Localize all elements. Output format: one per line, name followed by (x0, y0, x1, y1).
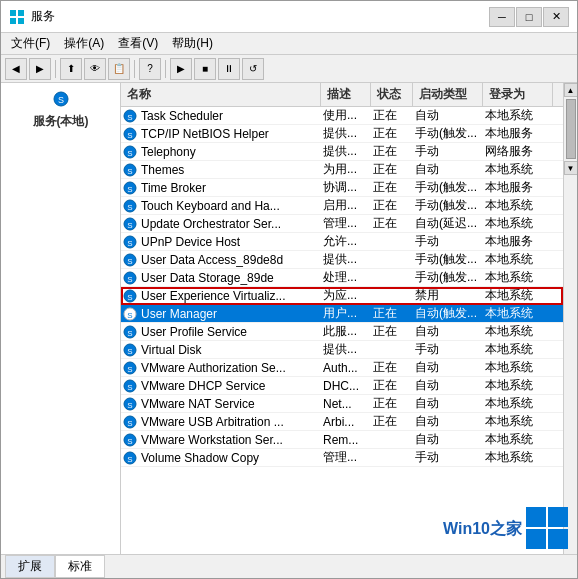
scrollbar[interactable]: ▲ ▼ (563, 83, 577, 554)
title-bar: 服务 ─ □ ✕ (1, 1, 577, 33)
scroll-thumb[interactable] (566, 99, 576, 159)
pause-button[interactable]: ⏸ (218, 58, 240, 80)
list-item[interactable]: SThemes为用...正在自动本地系统 (121, 161, 563, 179)
svg-text:S: S (127, 131, 132, 140)
service-cell: 自动 (411, 107, 481, 124)
list-item[interactable]: SVMware Workstation Ser...Rem...自动本地系统 (121, 431, 563, 449)
svg-text:S: S (127, 401, 132, 410)
service-icon: S (123, 145, 137, 159)
service-cell: Task Scheduler (137, 109, 319, 123)
svg-text:S: S (127, 419, 132, 428)
watermark-text: Win10之家 (443, 519, 522, 540)
svg-text:S: S (127, 329, 132, 338)
service-cell: 本地系统 (481, 413, 551, 430)
watermark: Win10之家 (443, 507, 570, 551)
col-header-status[interactable]: 状态 (371, 83, 413, 106)
svg-rect-46 (526, 507, 546, 527)
play-button[interactable]: ▶ (170, 58, 192, 80)
status-bar: 扩展 标准 (1, 554, 577, 578)
svg-text:S: S (127, 347, 132, 356)
service-cell: 手动 (411, 233, 481, 250)
details-button[interactable]: 📋 (108, 58, 130, 80)
left-panel-title[interactable]: 服务(本地) (33, 113, 89, 130)
service-icon: S (123, 307, 137, 321)
back-button[interactable]: ◀ (5, 58, 27, 80)
service-cell: Rem... (319, 433, 369, 447)
col-header-name[interactable]: 名称 (121, 83, 321, 106)
list-item[interactable]: STelephony提供...正在手动网络服务 (121, 143, 563, 161)
list-item[interactable]: SVolume Shadow Copy管理...手动本地系统 (121, 449, 563, 467)
service-icon: S (123, 217, 137, 231)
svg-rect-2 (10, 18, 16, 24)
window-icon (9, 9, 25, 25)
menu-help[interactable]: 帮助(H) (166, 33, 219, 54)
maximize-button[interactable]: □ (516, 7, 542, 27)
list-item[interactable]: STask Scheduler使用...正在自动本地系统 (121, 107, 563, 125)
list-item[interactable]: STouch Keyboard and Ha...启用...正在手动(触发...… (121, 197, 563, 215)
list-item[interactable]: SUser Manager用户...正在自动(触发...本地系统 (121, 305, 563, 323)
service-cell: 正在 (369, 197, 411, 214)
scroll-up-button[interactable]: ▲ (564, 83, 578, 97)
list-item[interactable]: SUser Data Storage_89de处理...手动(触发...本地系统 (121, 269, 563, 287)
list-item[interactable]: SVMware NAT ServiceNet...正在自动本地系统 (121, 395, 563, 413)
service-cell: TCP/IP NetBIOS Helper (137, 127, 319, 141)
menu-view[interactable]: 查看(V) (112, 33, 164, 54)
minimize-button[interactable]: ─ (489, 7, 515, 27)
col-header-desc[interactable]: 描述 (321, 83, 371, 106)
list-item[interactable]: SUPnP Device Host允许...手动本地服务 (121, 233, 563, 251)
list-item[interactable]: SVMware USB Arbitration ...Arbi...正在自动本地… (121, 413, 563, 431)
service-cell: 自动(延迟... (411, 215, 481, 232)
list-item[interactable]: SVMware DHCP ServiceDHC...正在自动本地系统 (121, 377, 563, 395)
service-cell: 自动 (411, 431, 481, 448)
up-button[interactable]: ⬆ (60, 58, 82, 80)
col-header-login[interactable]: 登录为 (483, 83, 553, 106)
service-cell: 手动(触发... (411, 197, 481, 214)
service-icon: S (123, 343, 137, 357)
service-cell: 提供... (319, 341, 369, 358)
service-cell: 管理... (319, 449, 369, 466)
show-hide-button[interactable]: 👁 (84, 58, 106, 80)
service-cell: 启用... (319, 197, 369, 214)
service-cell: 本地系统 (481, 197, 551, 214)
service-cell: DHC... (319, 379, 369, 393)
service-icon: S (123, 379, 137, 393)
menu-action[interactable]: 操作(A) (58, 33, 110, 54)
list-item[interactable]: SVMware Authorization Se...Auth...正在自动本地… (121, 359, 563, 377)
list-item[interactable]: STCP/IP NetBIOS Helper提供...正在手动(触发...本地服… (121, 125, 563, 143)
status-tab-extend[interactable]: 扩展 (5, 555, 55, 578)
col-header-startup[interactable]: 启动类型 (413, 83, 483, 106)
service-cell: User Data Access_89de8d (137, 253, 319, 267)
list-item[interactable]: SUser Profile Service此服...正在自动本地系统 (121, 323, 563, 341)
service-cell: 正在 (369, 215, 411, 232)
scroll-down-button[interactable]: ▼ (564, 161, 578, 175)
svg-rect-47 (548, 507, 568, 527)
toolbar-sep-2 (134, 60, 135, 78)
svg-text:S: S (127, 203, 132, 212)
service-cell: 自动(触发... (411, 305, 481, 322)
service-icon: S (123, 397, 137, 411)
service-cell: Telephony (137, 145, 319, 159)
forward-button[interactable]: ▶ (29, 58, 51, 80)
service-cell: 正在 (369, 359, 411, 376)
toolbar: ◀ ▶ ⬆ 👁 📋 ? ▶ ■ ⏸ ↺ (1, 55, 577, 83)
svg-text:S: S (127, 167, 132, 176)
menu-file[interactable]: 文件(F) (5, 33, 56, 54)
svg-text:S: S (127, 221, 132, 230)
svg-text:S: S (57, 95, 63, 105)
list-item[interactable]: STime Broker协调...正在手动(触发...本地服务 (121, 179, 563, 197)
list-item[interactable]: SUser Data Access_89de8d提供...手动(触发...本地系… (121, 251, 563, 269)
service-cell: 自动 (411, 413, 481, 430)
list-item[interactable]: SVirtual Disk提供...手动本地系统 (121, 341, 563, 359)
status-tab-standard[interactable]: 标准 (55, 555, 105, 578)
help-button[interactable]: ? (139, 58, 161, 80)
service-icon: S (123, 109, 137, 123)
restart-button[interactable]: ↺ (242, 58, 264, 80)
list-item[interactable]: SUser Experience Virtualiz...为应...禁用本地系统 (121, 287, 563, 305)
stop-button[interactable]: ■ (194, 58, 216, 80)
service-cell: 用户... (319, 305, 369, 322)
list-item[interactable]: SUpdate Orchestrator Ser...管理...正在自动(延迟.… (121, 215, 563, 233)
service-cell: Time Broker (137, 181, 319, 195)
services-window: 服务 ─ □ ✕ 文件(F) 操作(A) 查看(V) 帮助(H) ◀ ▶ ⬆ 👁… (0, 0, 578, 579)
close-button[interactable]: ✕ (543, 7, 569, 27)
service-cell: 本地服务 (481, 179, 551, 196)
